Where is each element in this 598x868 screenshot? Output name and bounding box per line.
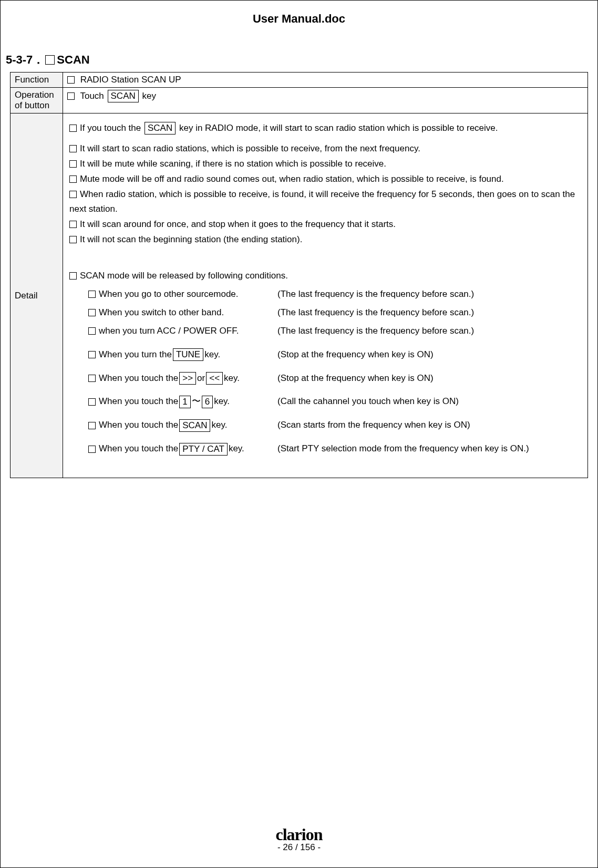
key-cap: << bbox=[206, 372, 223, 385]
checkbox-icon bbox=[88, 375, 96, 382]
cell-function: RADIO Station SCAN UP bbox=[63, 73, 588, 88]
checkbox-icon bbox=[88, 398, 96, 406]
detail-line: If you touch the SCAN key in RADIO mode,… bbox=[69, 121, 581, 136]
detail-line: It will scan around for once, and stop w… bbox=[69, 217, 581, 232]
key-cap: 1 bbox=[179, 396, 190, 408]
checkbox-icon bbox=[88, 291, 96, 298]
release-row: When you turn the TUNE key.(Stop at the … bbox=[88, 347, 581, 363]
release-condition: When you go to other sourcemode. bbox=[88, 287, 277, 302]
operation-post: key bbox=[142, 91, 156, 101]
release-result: (The last frequency is the frequency bef… bbox=[277, 305, 581, 321]
page-frame: User Manual.doc 5-3-7． SCAN Function RAD… bbox=[0, 0, 598, 868]
detail-line: Mute mode will be off and radio sound co… bbox=[69, 172, 581, 187]
detail-line: When radio station, which is possible to… bbox=[69, 187, 581, 218]
release-row: When you touch the PTY / CAT key.(Start … bbox=[88, 441, 581, 457]
release-condition: When you touch the PTY / CAT key. bbox=[88, 441, 277, 457]
checkbox-icon bbox=[69, 236, 77, 243]
release-row: when you turn ACC / POWER OFF.(The last … bbox=[88, 324, 581, 339]
key-cap: SCAN bbox=[145, 122, 176, 135]
checkbox-icon bbox=[67, 92, 75, 100]
release-condition: When you touch the >> or << key. bbox=[88, 371, 277, 386]
section-heading: 5-3-7． SCAN bbox=[6, 52, 597, 68]
checkbox-icon bbox=[45, 55, 55, 65]
release-result: (The last frequency is the frequency bef… bbox=[277, 324, 581, 339]
release-row: When you touch the >> or << key.(Stop at… bbox=[88, 371, 581, 386]
operation-pre: Touch bbox=[80, 91, 104, 101]
spec-table: Function RADIO Station SCAN UP Operation… bbox=[10, 72, 588, 478]
release-row: When you switch to other band.(The last … bbox=[88, 305, 581, 321]
release-result: (Scan starts from the frequency when key… bbox=[277, 418, 581, 433]
checkbox-icon bbox=[69, 175, 77, 183]
key-cap: PTY / CAT bbox=[179, 443, 228, 456]
detail-line: It will not scan the beginning station (… bbox=[69, 232, 581, 247]
release-row: When you touch the 1 〜 6 key.(Call the c… bbox=[88, 394, 581, 409]
key-scan: SCAN bbox=[108, 90, 139, 102]
document-title: User Manual.doc bbox=[1, 12, 597, 26]
release-result: (Call the cahannel you touch when key is… bbox=[277, 394, 581, 409]
checkbox-icon bbox=[88, 309, 96, 316]
checkbox-icon bbox=[69, 191, 77, 198]
brand-logo: clarion bbox=[1, 825, 597, 844]
key-cap: TUNE bbox=[173, 348, 203, 361]
checkbox-icon bbox=[69, 221, 77, 228]
checkbox-icon bbox=[69, 272, 77, 280]
release-condition: when you turn ACC / POWER OFF. bbox=[88, 324, 277, 339]
checkbox-icon bbox=[69, 125, 77, 132]
detail-line: It will start to scan radio stations, wh… bbox=[69, 141, 581, 157]
release-heading: SCAN mode will be released by following … bbox=[69, 268, 581, 284]
release-result: (The last frequency is the frequency bef… bbox=[277, 287, 581, 302]
release-condition: When you touch the 1 〜 6 key. bbox=[88, 394, 277, 409]
release-row: When you go to other sourcemode.(The las… bbox=[88, 287, 581, 302]
checkbox-icon bbox=[67, 76, 75, 84]
release-condition: When you touch the SCAN key. bbox=[88, 418, 277, 433]
checkbox-icon bbox=[88, 422, 96, 429]
release-row: When you touch the SCAN key.(Scan starts… bbox=[88, 418, 581, 433]
label-detail: Detail bbox=[11, 113, 63, 478]
page-footer: clarion - 26 / 156 - bbox=[1, 825, 597, 853]
page-number: - 26 / 156 - bbox=[1, 842, 597, 853]
release-condition: When you switch to other band. bbox=[88, 305, 277, 321]
cell-operation: Touch SCAN key bbox=[63, 88, 588, 113]
release-result: (Stop at the frequency when key is ON) bbox=[277, 371, 581, 386]
checkbox-icon bbox=[88, 351, 96, 358]
label-operation: Operation of button bbox=[11, 88, 63, 113]
checkbox-icon bbox=[69, 145, 77, 152]
release-result: (Stop at the frequency when key is ON) bbox=[277, 347, 581, 363]
checkbox-icon bbox=[69, 160, 77, 168]
detail-line: It will be mute while scaning, if there … bbox=[69, 157, 581, 172]
key-cap: >> bbox=[179, 372, 196, 385]
release-result: (Start PTY selection mode from the frequ… bbox=[277, 441, 581, 457]
key-cap: 6 bbox=[202, 396, 213, 408]
cell-detail: If you touch the SCAN key in RADIO mode,… bbox=[63, 113, 588, 478]
section-number: 5-3-7． bbox=[6, 52, 44, 68]
key-cap: SCAN bbox=[179, 419, 210, 432]
checkbox-icon bbox=[88, 327, 96, 335]
label-function: Function bbox=[11, 73, 63, 88]
release-condition: When you turn the TUNE key. bbox=[88, 347, 277, 363]
checkbox-icon bbox=[88, 446, 96, 453]
function-text: RADIO Station SCAN UP bbox=[80, 75, 181, 85]
section-title: SCAN bbox=[57, 53, 89, 67]
